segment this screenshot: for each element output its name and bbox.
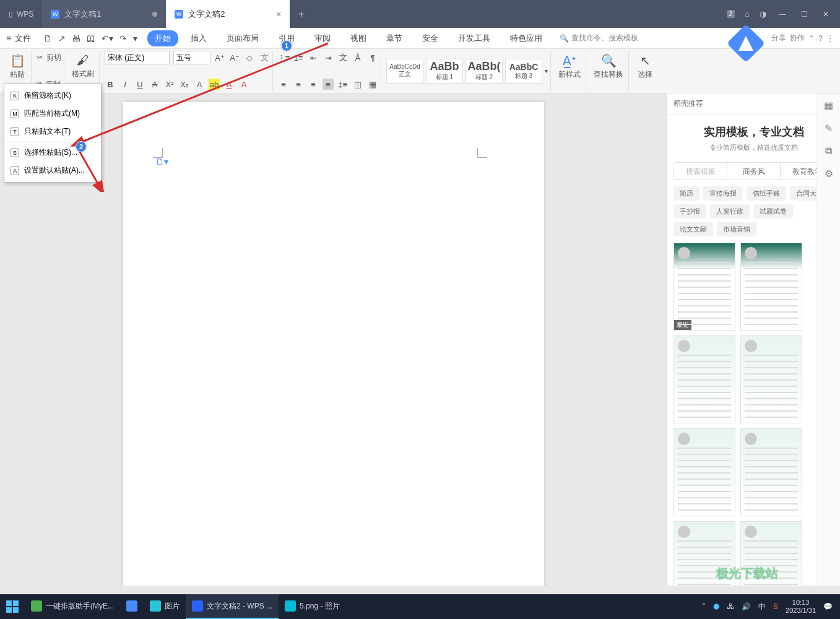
taskbar-item-1[interactable]: 一键排版助手(MyE... [25, 594, 120, 619]
save-icon[interactable]: 🗋 [43, 33, 52, 43]
new-style-button[interactable]: A̲ᐩ 新样式 [556, 51, 583, 82]
cut-button[interactable]: ✂剪切 [37, 51, 61, 64]
home-icon[interactable]: ⌂ [745, 9, 750, 19]
tag-poster[interactable]: 宣传海报 [703, 186, 743, 201]
sort-icon[interactable]: Â [352, 52, 363, 63]
template-thumbnail[interactable] [740, 243, 802, 331]
tag-resume[interactable]: 简历 [673, 186, 699, 201]
taskbar-item-3[interactable]: 图片 [144, 594, 186, 619]
tray-network-icon[interactable]: 🖧 [727, 602, 734, 611]
char-shading-icon[interactable]: A [238, 79, 249, 90]
align-right-icon[interactable]: ≡ [308, 79, 319, 90]
paste-button[interactable]: 📋 粘贴 [6, 51, 28, 82]
print-icon[interactable]: 🖶 [72, 33, 80, 43]
italic-icon[interactable]: I [119, 79, 131, 90]
font-color-icon[interactable]: A [223, 79, 235, 90]
template-thumbnail[interactable] [673, 521, 735, 586]
template-thumbnail[interactable] [740, 335, 802, 423]
tab-close-icon[interactable]: × [276, 9, 281, 19]
find-replace-button[interactable]: 🔍 查找替换 [591, 51, 626, 82]
style-heading2[interactable]: AaBb( 标题 2 [465, 59, 503, 84]
bullets-icon[interactable]: ⋮≡ [278, 52, 289, 63]
taskbar-item-photos[interactable]: 5.png - 照片 [279, 594, 346, 619]
system-clock[interactable]: 10:13 2023/1/31 [786, 599, 816, 615]
pinyin-icon[interactable]: 文 [259, 52, 270, 63]
minimize-icon[interactable]: — [776, 7, 789, 21]
redo-icon[interactable]: ↷ [119, 33, 127, 43]
superscript-icon[interactable]: X² [164, 79, 175, 90]
hamburger-icon[interactable]: ≡ [6, 33, 11, 43]
paste-keep-source[interactable]: K保留源格式(K) [4, 87, 101, 105]
notification-center-icon[interactable]: 💬 [823, 602, 833, 611]
qat-dropdown-icon[interactable]: ▾ [133, 33, 137, 43]
toolstrip-template-icon[interactable]: ▦ [824, 100, 833, 111]
filter-tab-business[interactable]: 商务风 [727, 163, 781, 180]
tab-review[interactable]: 审阅 [307, 30, 338, 46]
share-button[interactable]: 分享 [771, 33, 786, 43]
text-effect-icon[interactable]: A [194, 79, 205, 90]
collapse-ribbon-icon[interactable]: ⌃ [808, 34, 815, 43]
highlight-icon[interactable]: ab [209, 79, 220, 90]
tag-marketing[interactable]: 市场营销 [717, 222, 756, 236]
document-tab-1[interactable]: W 文字文稿1 [42, 0, 166, 28]
taskbar-item-wps[interactable]: 文字文稿2 - WPS ... [186, 594, 279, 619]
notification-badge[interactable]: 2 [727, 10, 735, 18]
template-thumbnail[interactable] [673, 428, 735, 516]
increase-font-icon[interactable]: A⁺ [214, 52, 225, 63]
line-spacing-icon[interactable]: ‡≡ [337, 79, 349, 90]
tray-volume-icon[interactable]: 🔊 [742, 602, 751, 611]
tab-view[interactable]: 视图 [343, 30, 374, 46]
tray-ime[interactable]: 中 [758, 602, 766, 612]
align-justify-icon[interactable]: ≡ [323, 79, 334, 90]
tray-cube-icon[interactable]: ⬢ [713, 602, 719, 611]
align-left-icon[interactable]: ≡ [278, 79, 289, 90]
new-tab-button[interactable]: + [290, 9, 313, 20]
help-icon[interactable]: ? [818, 34, 823, 43]
tab-developer[interactable]: 开发工具 [451, 30, 498, 46]
select-button[interactable]: ↖ 选择 [634, 51, 656, 82]
undo-icon[interactable]: ↶▾ [102, 33, 113, 43]
paste-match-format[interactable]: M匹配当前格式(M) [4, 105, 101, 123]
styles-more-icon[interactable]: ▾ [545, 67, 548, 74]
tag-exam[interactable]: 试题试卷 [753, 204, 793, 219]
template-thumbnail[interactable] [673, 335, 735, 423]
tab-security[interactable]: 安全 [415, 30, 446, 46]
more-icon[interactable]: ⋮ [826, 34, 834, 43]
toolstrip-settings-icon[interactable]: ⚙ [825, 168, 833, 180]
toolstrip-style-icon[interactable]: ✎ [825, 123, 833, 134]
tab-start[interactable]: 开始 [147, 30, 178, 46]
tag-thesis[interactable]: 论文文献 [673, 222, 713, 236]
paragraph-options-icon[interactable]: 🗋▾ [155, 157, 168, 167]
maximize-icon[interactable]: ☐ [799, 7, 810, 21]
tag-newspaper[interactable]: 手抄报 [673, 204, 706, 219]
tab-section[interactable]: 章节 [379, 30, 410, 46]
show-marks-icon[interactable]: ¶ [367, 52, 378, 63]
decrease-font-icon[interactable]: A⁻ [229, 52, 240, 63]
command-search[interactable]: 🔍 查找命令、搜索模板 [560, 33, 638, 43]
subscript-icon[interactable]: X₂ [179, 79, 190, 90]
shading-icon[interactable]: ◫ [352, 79, 363, 90]
template-thumbnail[interactable]: 最近 [673, 243, 735, 331]
tab-page-layout[interactable]: 页面布局 [219, 30, 266, 46]
style-normal[interactable]: AaBbCcDd 正文 [386, 59, 423, 84]
bold-icon[interactable]: B [105, 79, 116, 90]
document-tab-2[interactable]: W 文字文稿2 × [166, 0, 290, 28]
start-button[interactable] [6, 600, 19, 613]
tray-sogou-icon[interactable]: S [773, 602, 778, 611]
asian-layout-icon[interactable]: 文 [337, 52, 349, 63]
toolstrip-outline-icon[interactable]: ⧉ [825, 145, 832, 157]
increase-indent-icon[interactable]: ⇥ [323, 52, 334, 63]
close-icon[interactable]: ✕ [820, 7, 831, 21]
collab-button[interactable]: 协作 [790, 33, 805, 43]
tab-special[interactable]: 特色应用 [503, 30, 550, 46]
borders-icon[interactable]: ▦ [367, 79, 378, 90]
strike-icon[interactable]: A [149, 79, 160, 90]
format-painter-button[interactable]: 🖌 格式刷 [69, 51, 97, 82]
align-center-icon[interactable]: ≡ [293, 79, 304, 90]
style-heading3[interactable]: AaBbC 标题 3 [505, 59, 542, 84]
template-thumbnail[interactable] [740, 428, 802, 516]
document-page[interactable]: 🗋▾ [123, 102, 544, 586]
file-menu[interactable]: 文件 [15, 33, 31, 44]
tag-letter[interactable]: 信纸手账 [747, 186, 786, 201]
template-grid[interactable]: 最近 [667, 243, 840, 586]
